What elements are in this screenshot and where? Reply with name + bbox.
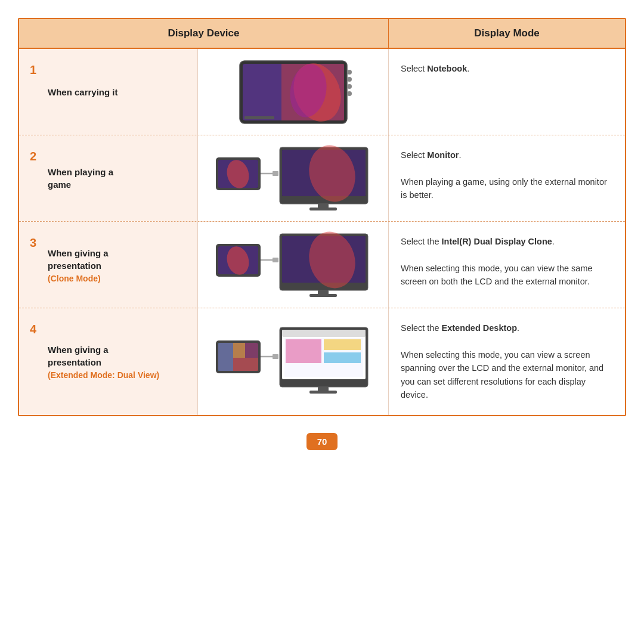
handheld-monitor-svg-1 (213, 143, 374, 214)
table-row: 4 When giving apresentation (Extended Mo… (19, 308, 625, 415)
row-3-left: 3 When giving apresentation (Clone Mode) (19, 222, 198, 308)
page-number: 70 (306, 433, 338, 450)
row-1-title: When carrying it (48, 86, 118, 98)
handheld-monitor-svg-3 (213, 323, 374, 400)
svg-rect-16 (273, 171, 278, 176)
svg-rect-22 (309, 208, 337, 210)
row-3-title: When giving apresentation (48, 247, 109, 272)
notebook-svg (222, 58, 365, 126)
table-row: 1 When carrying it (19, 49, 625, 135)
row-3-description: Select the Intel(R) Dual Display Clone. … (389, 222, 625, 308)
page-number-container: 70 (18, 416, 626, 456)
svg-rect-6 (347, 70, 352, 75)
table-header: Display Device Display Mode (19, 19, 625, 49)
row-4-number: 4 (30, 321, 42, 336)
row-2-number: 2 (30, 148, 42, 163)
svg-rect-48 (324, 339, 361, 350)
svg-rect-40 (233, 358, 258, 371)
row-3-number: 3 (30, 235, 42, 250)
row-2-description: Select Monitor. When playing a game, usi… (389, 135, 625, 221)
svg-rect-10 (244, 116, 274, 119)
row-2-title: When playing agame (48, 166, 113, 191)
header-mode: Display Mode (389, 19, 625, 48)
row-1-description: Select Notebook. (389, 49, 625, 135)
svg-rect-39 (233, 343, 245, 358)
svg-rect-28 (273, 258, 278, 262)
row-1-number: 1 (30, 62, 42, 77)
handheld-monitor-svg-2 (213, 229, 374, 301)
svg-rect-45 (282, 330, 366, 337)
row-4-title: When giving apresentation (48, 343, 159, 369)
svg-rect-7 (347, 77, 352, 82)
row-1-left: 1 When carrying it (19, 49, 198, 135)
row-4-description: Select the Extended Desktop. When select… (389, 308, 625, 415)
row-4-left: 4 When giving apresentation (Extended Mo… (19, 308, 198, 415)
main-table: Display Device Display Mode 1 When carry… (18, 18, 626, 416)
svg-rect-38 (218, 343, 233, 371)
row-2-left: 2 When playing agame (19, 135, 198, 221)
svg-rect-47 (286, 339, 321, 363)
header-device: Display Device (19, 19, 389, 48)
row-4-image (198, 308, 389, 415)
row-4-subtitle: (Extended Mode: Dual View) (48, 370, 159, 380)
row-3-subtitle: (Clone Mode) (48, 274, 109, 283)
row-2-image (198, 135, 389, 221)
table-row: 2 When playing agame (19, 135, 625, 222)
svg-rect-8 (347, 84, 352, 89)
svg-rect-9 (347, 91, 352, 96)
table-row: 3 When giving apresentation (Clone Mode) (19, 222, 625, 308)
row-1-image (198, 49, 389, 135)
svg-rect-49 (324, 352, 361, 363)
svg-rect-34 (309, 294, 337, 297)
svg-rect-42 (273, 354, 278, 359)
row-3-image (198, 222, 389, 308)
svg-rect-51 (309, 391, 337, 394)
